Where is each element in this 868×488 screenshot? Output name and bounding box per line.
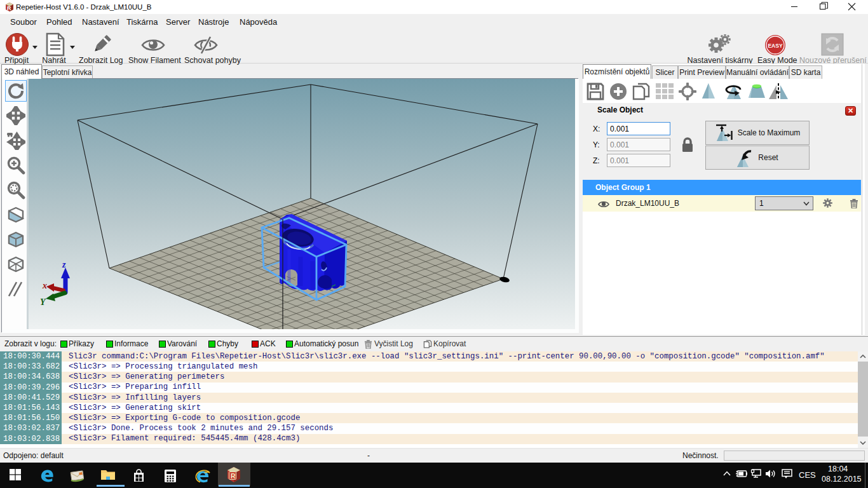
svg-text:R: R: [7, 5, 11, 11]
svg-text:R: R: [231, 472, 236, 480]
svg-text:x: x: [42, 281, 47, 290]
svg-text:z: z: [62, 260, 66, 269]
svg-text:Y: Y: [40, 297, 46, 307]
svg-text:EASY: EASY: [768, 43, 782, 49]
